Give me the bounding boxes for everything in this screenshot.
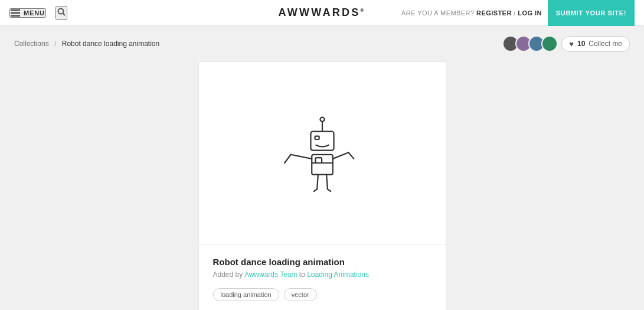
svg-line-13	[317, 174, 318, 189]
svg-rect-4	[310, 131, 334, 150]
collections-link[interactable]: Collections	[14, 40, 49, 48]
svg-rect-6	[312, 154, 333, 174]
logo-sup: ®	[360, 8, 365, 13]
avatar-group	[502, 35, 558, 52]
breadcrumb-separator: /	[54, 40, 56, 48]
header: MENU AWWWARDS® ARE YOU A MEMBER? REGISTE…	[0, 0, 644, 26]
svg-line-12	[348, 152, 354, 159]
breadcrumb: Collections / Robot dance loading animat…	[14, 40, 159, 48]
search-button[interactable]	[55, 6, 67, 20]
collect-button[interactable]: ♥ 10 Collect me	[561, 36, 630, 52]
collect-count: 10	[577, 40, 585, 48]
header-left: MENU	[9, 6, 67, 20]
main-content: Robot dance loading animation Added by A…	[0, 61, 644, 310]
content-card: Robot dance loading animation Added by A…	[198, 61, 446, 310]
menu-button[interactable]: MENU	[9, 8, 46, 18]
login-link[interactable]: LOG IN	[518, 9, 542, 17]
svg-line-9	[290, 154, 312, 158]
svg-line-16	[327, 189, 330, 191]
member-prompt: ARE YOU A MEMBER? REGISTER / LOG IN	[401, 9, 542, 17]
svg-rect-5	[315, 136, 319, 139]
breadcrumb-actions: ♥ 10 Collect me	[502, 35, 630, 52]
register-link[interactable]: REGISTER	[476, 9, 512, 17]
breadcrumb-current: Robot dance loading animation	[62, 40, 159, 48]
breadcrumb-bar: Collections / Robot dance loading animat…	[0, 26, 644, 61]
svg-line-10	[285, 154, 291, 162]
meta-prefix: Added by	[213, 270, 243, 279]
site-logo[interactable]: AWWWARDS®	[278, 6, 365, 19]
heart-icon: ♥	[569, 40, 574, 48]
card-title: Robot dance loading animation	[213, 257, 431, 267]
svg-point-0	[58, 8, 63, 14]
submit-site-button[interactable]: SUBMIT YOUR SITE!	[548, 0, 635, 26]
logo-text: AWWWARDS	[278, 6, 360, 18]
svg-point-3	[320, 117, 324, 121]
menu-label: MENU	[24, 9, 45, 17]
hamburger-icon	[11, 9, 20, 17]
meta-connector: to	[299, 270, 307, 279]
svg-line-1	[63, 13, 65, 15]
card-body: Robot dance loading animation Added by A…	[199, 245, 446, 310]
avatar-4	[541, 35, 558, 52]
header-right: ARE YOU A MEMBER? REGISTER / LOG IN SUBM…	[401, 0, 635, 26]
card-meta: Added by Awwwards Team to Loading Animat…	[213, 270, 431, 279]
svg-line-11	[332, 152, 348, 159]
svg-rect-8	[315, 158, 322, 163]
svg-line-15	[326, 174, 328, 189]
svg-line-14	[313, 189, 316, 191]
collection-link[interactable]: Loading Animations	[307, 270, 369, 279]
tags-container: loading animation vector	[213, 288, 431, 301]
author-link[interactable]: Awwwards Team	[244, 270, 298, 279]
robot-illustration	[275, 106, 370, 201]
collect-label: Collect me	[589, 40, 622, 48]
tag-loading-animation[interactable]: loading animation	[213, 288, 279, 301]
tag-vector[interactable]: vector	[284, 288, 317, 301]
card-preview	[199, 62, 446, 245]
